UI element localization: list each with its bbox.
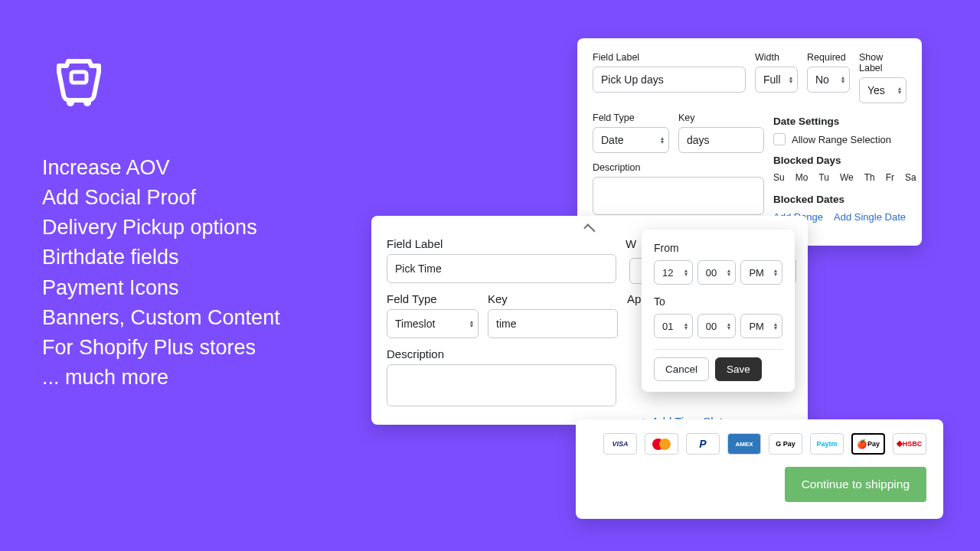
description-input[interactable] [593, 177, 764, 215]
blocked-days-row: Su Mo Tu We Th Fr Sa [773, 172, 916, 183]
field-label-label: Field Label [387, 237, 616, 250]
key-input[interactable]: days [678, 127, 764, 153]
key-label: Key [678, 112, 764, 123]
from-minute-select[interactable]: 00▴▾ [697, 260, 737, 285]
field-label-label: Field Label [593, 52, 746, 63]
day-toggle[interactable]: Th [864, 172, 875, 183]
payment-icons-row: VISA P AMEX G Pay Paytm 🍎Pay HSBC [593, 433, 926, 455]
field-label-input[interactable]: Pick Up days [593, 67, 746, 93]
show-label-select[interactable]: Yes▴▾ [859, 77, 906, 103]
width-select[interactable]: Full▴▾ [755, 67, 798, 93]
to-label: To [654, 295, 782, 308]
day-toggle[interactable]: We [840, 172, 854, 183]
feature-item: Add Social Proof [42, 183, 280, 213]
paypal-icon: P [686, 433, 720, 455]
checkout-footer-card: VISA P AMEX G Pay Paytm 🍎Pay HSBC Contin… [576, 419, 943, 519]
description-input[interactable] [387, 364, 616, 406]
feature-item: For Shopify Plus stores [42, 333, 280, 363]
description-label: Description [387, 347, 616, 360]
cart-logo-icon [51, 55, 106, 110]
to-minute-select[interactable]: 00▴▾ [697, 314, 737, 338]
apple-pay-icon: 🍎Pay [851, 433, 885, 455]
cancel-button[interactable]: Cancel [654, 357, 709, 381]
day-toggle[interactable]: Tu [818, 172, 829, 183]
description-label: Description [593, 162, 764, 173]
to-hour-select[interactable]: 01▴▾ [654, 314, 693, 338]
day-toggle[interactable]: Su [773, 172, 785, 183]
save-button[interactable]: Save [715, 357, 762, 381]
show-label-label: Show Label [859, 52, 906, 73]
feature-item: Banners, Custom Content [42, 303, 280, 333]
from-hour-select[interactable]: 12▴▾ [654, 260, 693, 285]
allow-range-checkbox[interactable]: Allow Range Selection [773, 133, 916, 145]
feature-item: Increase AOV [42, 153, 280, 183]
feature-item: Birthdate fields [42, 243, 280, 272]
feature-item: ... much more [42, 363, 280, 393]
visa-icon: VISA [603, 433, 637, 455]
amex-icon: AMEX [727, 433, 761, 455]
required-select[interactable]: No▴▾ [807, 67, 850, 93]
key-input[interactable]: time [488, 309, 618, 338]
field-type-select[interactable]: Timeslot▴▾ [387, 309, 479, 338]
svg-point-2 [83, 99, 91, 106]
width-label: Width [755, 52, 798, 63]
checkbox-icon [773, 133, 786, 145]
time-range-popover: From 12▴▾ 00▴▾ PM▴▾ To 01▴▾ 00▴▾ PM▴▾ Ca… [642, 230, 795, 392]
add-single-date-link[interactable]: Add Single Date [834, 211, 906, 223]
svg-rect-0 [71, 72, 87, 83]
blocked-dates-title: Blocked Dates [773, 194, 916, 205]
blocked-days-title: Blocked Days [773, 155, 916, 166]
feature-item: Delivery Pickup options [42, 213, 280, 243]
field-type-label: Feld Type [593, 112, 669, 123]
feature-item: Payment Icons [42, 273, 280, 303]
from-ampm-select[interactable]: PM▴▾ [740, 260, 782, 285]
app-logo [42, 46, 115, 119]
day-toggle[interactable]: Fr [886, 172, 894, 183]
paytm-icon: Paytm [810, 433, 844, 455]
key-label: Key [488, 292, 618, 305]
date-field-config-card: Field Label Pick Up days Width Full▴▾ Re… [577, 38, 922, 246]
required-label: Required [807, 52, 850, 63]
mastercard-icon [645, 433, 678, 455]
day-toggle[interactable]: Sa [905, 172, 916, 183]
feature-list: Increase AOV Add Social Proof Delivery P… [42, 153, 280, 393]
hsbc-icon: HSBC [893, 433, 926, 455]
date-settings-title: Date Settings [773, 116, 916, 127]
field-type-select[interactable]: Date▴▾ [593, 127, 669, 153]
svg-point-1 [67, 99, 74, 106]
field-label-input[interactable]: Pick Time [387, 254, 616, 283]
collapse-chevron-icon[interactable] [583, 223, 596, 236]
google-pay-icon: G Pay [769, 433, 802, 455]
continue-to-shipping-button[interactable]: Continue to shipping [785, 467, 926, 502]
from-label: From [654, 242, 782, 254]
day-toggle[interactable]: Mo [795, 172, 808, 183]
field-type-label: Feld Type [387, 292, 479, 305]
to-ampm-select[interactable]: PM▴▾ [740, 314, 782, 338]
